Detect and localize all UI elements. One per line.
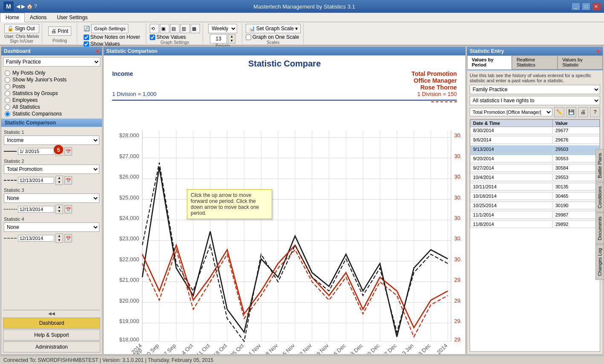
main-layout: Dashboard 📌 Family Practice My Posts Onl… (0, 46, 604, 355)
gs-btn2[interactable]: ▣ (160, 24, 169, 33)
menu-user-settings[interactable]: User Settings (52, 13, 93, 22)
stat1-spin-up[interactable]: ▲ 5 (56, 147, 63, 151)
show-values-gs-checkbox[interactable] (150, 35, 155, 40)
sidebar-expand-btn[interactable]: ◀◀ (3, 310, 100, 317)
side-tab-changes-log[interactable]: Changes Log (595, 244, 604, 280)
right-stat-select[interactable]: Total Promotion [Office Manager] (470, 108, 552, 116)
right-print-btn[interactable]: 🖨 (578, 107, 588, 117)
stat4-cal-btn[interactable]: 📅 (64, 234, 72, 243)
stat2-select[interactable]: Total Promotion (4, 165, 99, 174)
col-datetime: Date & Time (470, 120, 553, 127)
svg-text:18 Oct: 18 Oct (212, 342, 228, 354)
gs-btn3[interactable]: ▤ (170, 24, 180, 33)
right-save-btn[interactable]: 💾 (566, 107, 576, 117)
nav-dashboard[interactable]: Dashboard (3, 318, 100, 329)
stat2-date-spinner[interactable]: ▲ ▼ (55, 176, 63, 185)
stat2-date-input[interactable] (18, 177, 54, 184)
radio-posts[interactable]: Posts (5, 84, 99, 90)
svg-text:30,450: 30,450 (454, 194, 461, 201)
stat3-date-spinner[interactable]: ▲ ▼ (55, 205, 63, 214)
show-notes-checkbox[interactable] (84, 35, 89, 40)
periods-content: Weekly 13 ▲ ▼ (208, 24, 237, 43)
tab-values-period[interactable]: Values by Period (467, 55, 512, 69)
radio-stats-groups[interactable]: Statistics by Groups (5, 90, 99, 96)
gs-btn4[interactable]: ▥ (180, 24, 190, 33)
stat3-spin-up[interactable]: ▲ (56, 205, 63, 209)
nav-help[interactable]: Help & Support (3, 329, 100, 341)
graph-settings-btn[interactable]: Graph Settings (91, 24, 128, 33)
table-row: 9/6/201429676 (470, 136, 600, 144)
printing-group: 🖨 Print Printing (43, 23, 77, 44)
restore-btn[interactable]: □ (582, 3, 590, 10)
stat3-spin-down[interactable]: ▼ (56, 209, 63, 214)
stat4-spin-up[interactable]: ▲ (56, 234, 63, 238)
sidebar-pin-icon[interactable]: 📌 (94, 49, 99, 54)
signin-group: 🔓 Sign Out User: Chris Melvin Sign In/Us… (2, 23, 42, 44)
refresh-icon: 🔄 (84, 26, 90, 32)
svg-text:30,750: 30,750 (454, 153, 461, 159)
spin-up[interactable]: ▲ (228, 35, 235, 39)
radio-all-stats[interactable]: All Statistics (5, 104, 99, 110)
tab-realtime[interactable]: Realtime Statistics (512, 55, 558, 69)
right-rights-select[interactable]: All statistics I have rights to (470, 96, 600, 105)
side-tab-conditions[interactable]: Conditions (595, 182, 604, 212)
back-icon[interactable]: ◀ (16, 3, 20, 9)
app-title: Mastertech Management by Statistics 3.1 (253, 3, 355, 10)
stat4-select[interactable]: None (4, 222, 99, 232)
print-btn[interactable]: 🖨 Print (48, 26, 71, 36)
radio-employees[interactable]: Employees (5, 97, 99, 103)
side-tab-documents[interactable]: Documents (595, 213, 604, 244)
graph-one-scale-checkbox[interactable] (246, 35, 251, 40)
org-select[interactable]: Family Practice (3, 57, 100, 66)
set-graph-scale-btn[interactable]: 📊 Set Graph Scale ▾ (246, 24, 301, 33)
period-spinner[interactable]: ▲ ▼ (228, 34, 235, 43)
stat2-label: Statistic 2 (4, 159, 99, 164)
menu-actions[interactable]: Actions (25, 13, 52, 22)
right-help-btn[interactable]: ? (590, 107, 600, 117)
show-values-checkbox[interactable] (84, 41, 89, 47)
minimize-btn[interactable]: _ (572, 3, 580, 10)
period-type-select[interactable]: Weekly (208, 24, 237, 33)
forward-icon[interactable]: ▶ (21, 3, 25, 9)
gs-btn5[interactable]: ▦ (191, 24, 200, 33)
right-divider (431, 101, 457, 102)
right-panel-pin[interactable]: 📌 (595, 49, 600, 54)
table-row: 9/27/201430584 (470, 165, 600, 172)
value-cell: 30190 (552, 202, 599, 209)
radio-show-juniors[interactable]: Show My Junior's Posts (5, 77, 99, 83)
stat2-cal-btn[interactable]: 📅 (64, 176, 72, 185)
stat1-date-input[interactable] (18, 148, 54, 155)
stat3-select[interactable]: None (4, 194, 99, 203)
stat4-spin-down[interactable]: ▼ (56, 238, 63, 243)
spin-down[interactable]: ▼ (228, 39, 235, 43)
stat2-spin-up[interactable]: ▲ (56, 176, 63, 180)
stat3-cal-btn[interactable]: 📅 (64, 205, 72, 214)
menu-home[interactable]: Home (0, 13, 25, 22)
window-controls[interactable]: _ □ ✕ (572, 3, 601, 10)
nav-administration[interactable]: Administration (3, 341, 100, 352)
col-value: Value (552, 120, 599, 127)
right-edit-btn[interactable]: ✏️ (554, 107, 564, 117)
sign-out-btn[interactable]: 🔓 Sign Out (4, 24, 39, 33)
side-tab-battle-plans[interactable]: Battle Plans (595, 149, 604, 182)
radio-my-posts[interactable]: My Posts Only (5, 70, 99, 76)
stat4-date-input[interactable] (18, 235, 54, 242)
stat4-date-spinner[interactable]: ▲ ▼ (55, 234, 63, 243)
graph-one-scale-row: Graph on One Scale (246, 34, 299, 40)
stat1-select[interactable]: Income (4, 136, 99, 145)
stat2-spin-down[interactable]: ▼ (56, 180, 63, 185)
stat1-date-spinner[interactable]: ▲ 5 ▼ (55, 147, 63, 156)
help-icon[interactable]: ? (34, 3, 37, 9)
right-org-select[interactable]: Family Practice (470, 85, 600, 94)
radio-stat-comparisons[interactable]: Statistic Comparisons (5, 111, 99, 117)
gs-btn1[interactable]: ⟲ (150, 24, 159, 33)
stat1-cal-btn[interactable]: 📅 (64, 147, 72, 156)
table-row: 10/25/201430190 (470, 202, 600, 209)
svg-text:4 Oct: 4 Oct (180, 342, 195, 354)
stat3-date-input[interactable] (18, 206, 54, 213)
tab-values-statistic[interactable]: Values by Statistic (558, 55, 603, 69)
quick-access-icons: ◀ ▶ 🏠 ? (16, 3, 37, 9)
close-btn[interactable]: ✕ (592, 3, 601, 10)
home-icon[interactable]: 🏠 (26, 3, 33, 9)
stat-table[interactable]: Date & Time Value 8/30/2014296779/6/2014… (470, 119, 600, 352)
